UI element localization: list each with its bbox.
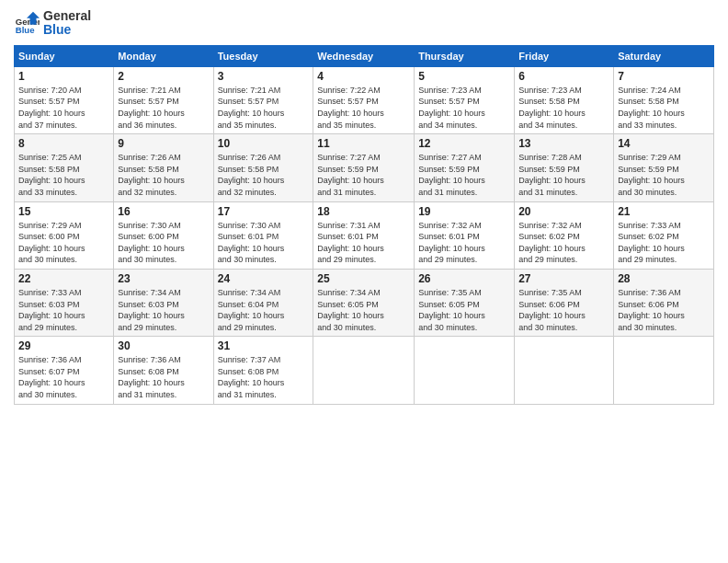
weekday-header-row: SundayMondayTuesdayWednesdayThursdayFrid… [15,45,714,66]
day-info: Sunrise: 7:27 AM Sunset: 5:59 PM Dayligh… [317,152,410,198]
week-row-1: 1Sunrise: 7:20 AM Sunset: 5:57 PM Daylig… [15,66,714,133]
day-number: 26 [418,272,510,285]
day-number: 9 [118,137,209,150]
svg-text:Blue: Blue [16,25,35,35]
day-info: Sunrise: 7:30 AM Sunset: 6:01 PM Dayligh… [218,220,310,266]
day-info: Sunrise: 7:34 AM Sunset: 6:05 PM Dayligh… [317,287,410,333]
day-info: Sunrise: 7:35 AM Sunset: 6:05 PM Dayligh… [418,287,510,333]
day-info: Sunrise: 7:32 AM Sunset: 6:02 PM Dayligh… [518,220,609,266]
day-info: Sunrise: 7:34 AM Sunset: 6:03 PM Dayligh… [118,287,209,333]
day-number: 27 [518,272,609,285]
day-cell: 20Sunrise: 7:32 AM Sunset: 6:02 PM Dayli… [515,201,614,269]
day-number: 11 [317,137,410,150]
weekday-header-saturday: Saturday [614,45,714,66]
day-cell: 14Sunrise: 7:29 AM Sunset: 5:59 PM Dayli… [614,134,714,201]
day-cell [313,337,415,404]
day-info: Sunrise: 7:22 AM Sunset: 5:57 PM Dayligh… [317,85,410,131]
header-row: General Blue General Blue [14,9,714,38]
day-info: Sunrise: 7:37 AM Sunset: 6:08 PM Dayligh… [218,354,310,400]
day-number: 3 [218,70,310,83]
day-cell: 13Sunrise: 7:28 AM Sunset: 5:59 PM Dayli… [515,134,614,201]
week-row-3: 15Sunrise: 7:29 AM Sunset: 6:00 PM Dayli… [15,201,714,269]
day-cell: 23Sunrise: 7:34 AM Sunset: 6:03 PM Dayli… [114,269,213,336]
weekday-header-monday: Monday [114,45,213,66]
day-cell [415,337,515,404]
day-info: Sunrise: 7:20 AM Sunset: 5:57 PM Dayligh… [18,85,109,131]
weekday-header-wednesday: Wednesday [313,45,415,66]
day-cell: 8Sunrise: 7:25 AM Sunset: 5:58 PM Daylig… [15,134,114,201]
day-cell: 15Sunrise: 7:29 AM Sunset: 6:00 PM Dayli… [15,201,114,269]
day-info: Sunrise: 7:26 AM Sunset: 5:58 PM Dayligh… [218,152,310,198]
day-cell: 30Sunrise: 7:36 AM Sunset: 6:08 PM Dayli… [114,337,213,404]
day-cell: 31Sunrise: 7:37 AM Sunset: 6:08 PM Dayli… [213,337,313,404]
day-number: 4 [317,70,410,83]
day-cell: 25Sunrise: 7:34 AM Sunset: 6:05 PM Dayli… [313,269,415,336]
weekday-header-tuesday: Tuesday [213,45,313,66]
day-info: Sunrise: 7:29 AM Sunset: 6:00 PM Dayligh… [18,220,109,266]
day-cell [515,337,614,404]
day-info: Sunrise: 7:23 AM Sunset: 5:57 PM Dayligh… [418,85,510,131]
day-number: 12 [418,137,510,150]
day-cell: 2Sunrise: 7:21 AM Sunset: 5:57 PM Daylig… [114,66,213,133]
day-number: 20 [518,205,609,218]
day-number: 1 [18,70,109,83]
day-number: 5 [418,70,510,83]
day-info: Sunrise: 7:31 AM Sunset: 6:01 PM Dayligh… [317,220,410,266]
day-cell: 3Sunrise: 7:21 AM Sunset: 5:57 PM Daylig… [213,66,313,133]
day-number: 21 [618,205,710,218]
day-cell: 7Sunrise: 7:24 AM Sunset: 5:58 PM Daylig… [614,66,714,133]
day-cell: 22Sunrise: 7:33 AM Sunset: 6:03 PM Dayli… [15,269,114,336]
day-number: 30 [118,339,209,352]
day-info: Sunrise: 7:36 AM Sunset: 6:08 PM Dayligh… [118,354,209,400]
weekday-header-friday: Friday [515,45,614,66]
day-cell: 5Sunrise: 7:23 AM Sunset: 5:57 PM Daylig… [415,66,515,133]
day-number: 10 [218,137,310,150]
week-row-2: 8Sunrise: 7:25 AM Sunset: 5:58 PM Daylig… [15,134,714,201]
day-info: Sunrise: 7:24 AM Sunset: 5:58 PM Dayligh… [618,85,710,131]
day-cell: 17Sunrise: 7:30 AM Sunset: 6:01 PM Dayli… [213,201,313,269]
week-row-4: 22Sunrise: 7:33 AM Sunset: 6:03 PM Dayli… [15,269,714,336]
day-cell: 4Sunrise: 7:22 AM Sunset: 5:57 PM Daylig… [313,66,415,133]
day-info: Sunrise: 7:32 AM Sunset: 6:01 PM Dayligh… [418,220,510,266]
day-cell: 24Sunrise: 7:34 AM Sunset: 6:04 PM Dayli… [213,269,313,336]
day-info: Sunrise: 7:28 AM Sunset: 5:59 PM Dayligh… [518,152,609,198]
day-cell: 11Sunrise: 7:27 AM Sunset: 5:59 PM Dayli… [313,134,415,201]
weekday-header-sunday: Sunday [15,45,114,66]
day-number: 7 [618,70,710,83]
day-cell: 29Sunrise: 7:36 AM Sunset: 6:07 PM Dayli… [15,337,114,404]
day-info: Sunrise: 7:30 AM Sunset: 6:00 PM Dayligh… [118,220,209,266]
day-info: Sunrise: 7:36 AM Sunset: 6:07 PM Dayligh… [18,354,109,400]
day-info: Sunrise: 7:36 AM Sunset: 6:06 PM Dayligh… [618,287,710,333]
day-info: Sunrise: 7:29 AM Sunset: 5:59 PM Dayligh… [618,152,710,198]
day-info: Sunrise: 7:25 AM Sunset: 5:58 PM Dayligh… [18,152,109,198]
day-cell: 19Sunrise: 7:32 AM Sunset: 6:01 PM Dayli… [415,201,515,269]
day-number: 25 [317,272,410,285]
day-number: 31 [218,339,310,352]
logo-text: General Blue [43,9,91,38]
logo: General Blue General Blue [14,9,91,38]
day-number: 2 [118,70,209,83]
day-number: 15 [18,205,109,218]
day-info: Sunrise: 7:23 AM Sunset: 5:58 PM Dayligh… [518,85,609,131]
day-info: Sunrise: 7:21 AM Sunset: 5:57 PM Dayligh… [218,85,310,131]
day-cell: 26Sunrise: 7:35 AM Sunset: 6:05 PM Dayli… [415,269,515,336]
day-cell: 6Sunrise: 7:23 AM Sunset: 5:58 PM Daylig… [515,66,614,133]
day-cell: 21Sunrise: 7:33 AM Sunset: 6:02 PM Dayli… [614,201,714,269]
day-cell: 16Sunrise: 7:30 AM Sunset: 6:00 PM Dayli… [114,201,213,269]
day-number: 8 [18,137,109,150]
day-info: Sunrise: 7:21 AM Sunset: 5:57 PM Dayligh… [118,85,209,131]
day-cell: 28Sunrise: 7:36 AM Sunset: 6:06 PM Dayli… [614,269,714,336]
day-info: Sunrise: 7:35 AM Sunset: 6:06 PM Dayligh… [518,287,609,333]
day-number: 18 [317,205,410,218]
day-cell [614,337,714,404]
day-number: 14 [618,137,710,150]
logo-icon: General Blue [14,10,40,36]
day-cell: 10Sunrise: 7:26 AM Sunset: 5:58 PM Dayli… [213,134,313,201]
day-number: 28 [618,272,710,285]
day-cell: 9Sunrise: 7:26 AM Sunset: 5:58 PM Daylig… [114,134,213,201]
calendar-table: SundayMondayTuesdayWednesdayThursdayFrid… [14,45,714,405]
day-number: 13 [518,137,609,150]
day-info: Sunrise: 7:26 AM Sunset: 5:58 PM Dayligh… [118,152,209,198]
day-info: Sunrise: 7:34 AM Sunset: 6:04 PM Dayligh… [218,287,310,333]
day-cell: 18Sunrise: 7:31 AM Sunset: 6:01 PM Dayli… [313,201,415,269]
